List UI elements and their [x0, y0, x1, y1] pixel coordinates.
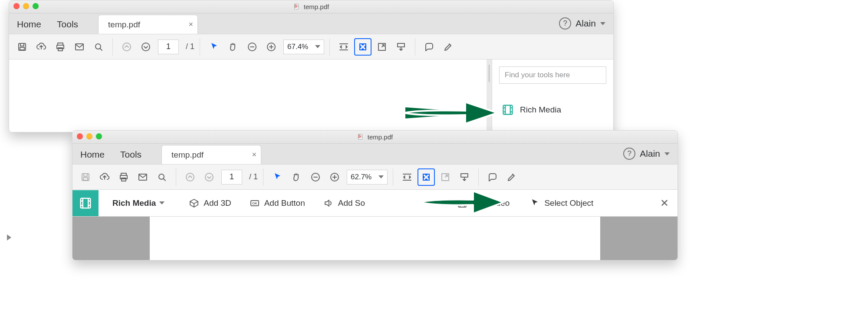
add-button-button[interactable]: OK Add Button [250, 198, 305, 208]
page-up-button[interactable] [118, 38, 135, 56]
nav-home[interactable]: Home [80, 149, 105, 160]
add-3d-button[interactable]: Add 3D [189, 198, 231, 208]
page-down-button[interactable] [201, 168, 218, 186]
pdf-canvas[interactable] [9, 59, 487, 132]
account-area: ? Alain [619, 148, 677, 164]
svg-rect-48 [461, 174, 468, 177]
print-button[interactable] [52, 38, 69, 56]
hand-tool-button[interactable] [288, 168, 305, 186]
traffic-lights [77, 133, 102, 139]
tools-search-input[interactable]: Find your tools here [499, 66, 606, 84]
titlebar: temp.pdf [9, 0, 613, 13]
page-number-value: 1 [230, 172, 234, 181]
pane-resize-handle[interactable] [487, 59, 492, 132]
user-name[interactable]: Alain [640, 148, 660, 159]
svg-rect-31 [83, 178, 88, 180]
nav-tools[interactable]: Tools [57, 19, 78, 30]
page-down-button[interactable] [137, 38, 155, 56]
divider [329, 38, 330, 56]
svg-rect-2 [20, 43, 24, 46]
tab-strip: Home Tools temp.pdf × ? Alain [72, 144, 677, 165]
main-toolbar: 1 / 1 62.7% [72, 165, 677, 190]
user-name[interactable]: Alain [575, 18, 596, 29]
film-icon [502, 104, 514, 116]
help-button[interactable]: ? [623, 148, 635, 160]
tab-close-button[interactable]: × [252, 150, 257, 159]
select-object-label: Select Object [544, 198, 593, 208]
tools-search-placeholder: Find your tools here [505, 71, 570, 79]
fullscreen-button[interactable] [437, 168, 454, 186]
email-button[interactable] [71, 38, 88, 56]
zoom-dropdown[interactable]: 67.4% [283, 40, 324, 54]
svg-rect-3 [20, 47, 24, 50]
minimize-window-button[interactable] [23, 3, 29, 9]
fullscreen-button[interactable] [373, 38, 391, 56]
add-video-label: Add Video [472, 198, 510, 208]
cloud-upload-button[interactable] [96, 168, 113, 186]
read-mode-button[interactable] [456, 168, 473, 186]
document-tab[interactable]: temp.pdf × [98, 15, 198, 34]
highlight-button[interactable] [440, 38, 457, 56]
highlight-button[interactable] [503, 168, 520, 186]
zoom-out-button[interactable] [243, 38, 261, 56]
cloud-upload-button[interactable] [33, 38, 50, 56]
email-button[interactable] [134, 168, 151, 186]
traffic-lights [13, 3, 39, 9]
save-button[interactable] [13, 38, 31, 56]
help-button[interactable]: ? [559, 17, 571, 30]
zoom-in-button[interactable] [263, 38, 280, 56]
svg-line-9 [100, 48, 102, 50]
page-number-input[interactable]: 1 [158, 40, 179, 54]
add-3d-label: Add 3D [204, 198, 231, 208]
window-title: temp.pdf [304, 3, 329, 10]
comment-button[interactable] [484, 168, 501, 186]
svg-rect-61 [458, 199, 466, 207]
zoom-out-button[interactable] [307, 168, 324, 186]
nav-home[interactable]: Home [17, 19, 41, 30]
read-mode-button[interactable] [392, 38, 410, 56]
chevron-down-icon [315, 45, 320, 48]
print-button[interactable] [115, 168, 132, 186]
pdf-canvas[interactable] [150, 217, 600, 260]
fit-width-button[interactable] [398, 168, 416, 186]
hand-tool-button[interactable] [224, 38, 242, 56]
close-window-button[interactable] [77, 133, 83, 139]
rich-media-menu[interactable]: Rich Media [112, 198, 164, 208]
fullscreen-window-button[interactable] [96, 133, 102, 139]
document-area [72, 217, 677, 260]
search-button[interactable] [153, 168, 171, 186]
page-number-input[interactable]: 1 [221, 170, 242, 185]
titlebar: temp.pdf [72, 131, 677, 144]
selection-tool-button[interactable] [205, 38, 223, 56]
rich-media-menu-label: Rich Media [112, 198, 156, 208]
chevron-down-icon [378, 175, 384, 178]
close-window-button[interactable] [13, 3, 20, 9]
fullscreen-window-button[interactable] [33, 3, 39, 9]
add-video-button[interactable]: Add Video [457, 198, 510, 208]
page-number-value: 1 [166, 42, 171, 51]
tab-close-button[interactable]: × [189, 20, 194, 29]
fit-width-button[interactable] [335, 38, 352, 56]
save-button[interactable] [77, 168, 94, 186]
nav-tools[interactable]: Tools [120, 149, 141, 160]
minimize-window-button[interactable] [86, 133, 92, 139]
user-menu-caret-icon[interactable] [664, 152, 670, 155]
zoom-dropdown[interactable]: 62.7% [347, 170, 388, 185]
window-2: temp.pdf Home Tools temp.pdf × ? Alain 1… [72, 130, 678, 260]
select-object-button[interactable]: Select Object [529, 198, 593, 208]
comment-button[interactable] [421, 38, 438, 56]
search-button[interactable] [90, 38, 107, 56]
close-toolbar-button[interactable]: ✕ [658, 197, 671, 209]
document-tab[interactable]: temp.pdf × [161, 145, 261, 164]
zoom-in-button[interactable] [326, 168, 343, 186]
svg-line-37 [164, 178, 166, 181]
page-up-button[interactable] [181, 168, 199, 186]
film-icon [457, 198, 467, 208]
add-sound-button[interactable]: Add So [323, 198, 365, 208]
tool-rich-media-label: Rich Media [520, 105, 561, 115]
selection-tool-button[interactable] [269, 168, 286, 186]
fit-page-button[interactable] [354, 38, 372, 56]
user-menu-caret-icon[interactable] [600, 22, 605, 25]
fit-page-button[interactable] [418, 168, 435, 186]
tool-rich-media[interactable]: Rich Media [499, 104, 606, 116]
